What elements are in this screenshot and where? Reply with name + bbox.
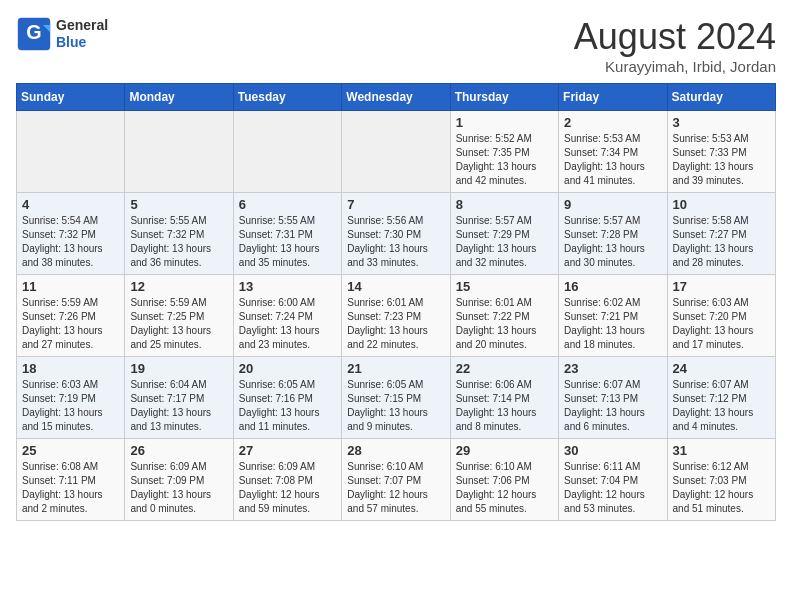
day-number: 14 <box>347 279 444 294</box>
calendar-cell: 15Sunrise: 6:01 AM Sunset: 7:22 PM Dayli… <box>450 275 558 357</box>
weekday-header-sunday: Sunday <box>17 84 125 111</box>
calendar-cell: 11Sunrise: 5:59 AM Sunset: 7:26 PM Dayli… <box>17 275 125 357</box>
day-detail: Sunrise: 5:55 AM Sunset: 7:31 PM Dayligh… <box>239 214 336 270</box>
calendar-week-3: 11Sunrise: 5:59 AM Sunset: 7:26 PM Dayli… <box>17 275 776 357</box>
calendar-cell: 22Sunrise: 6:06 AM Sunset: 7:14 PM Dayli… <box>450 357 558 439</box>
day-detail: Sunrise: 5:58 AM Sunset: 7:27 PM Dayligh… <box>673 214 770 270</box>
day-detail: Sunrise: 6:04 AM Sunset: 7:17 PM Dayligh… <box>130 378 227 434</box>
calendar-week-2: 4Sunrise: 5:54 AM Sunset: 7:32 PM Daylig… <box>17 193 776 275</box>
day-detail: Sunrise: 6:03 AM Sunset: 7:19 PM Dayligh… <box>22 378 119 434</box>
calendar-cell: 27Sunrise: 6:09 AM Sunset: 7:08 PM Dayli… <box>233 439 341 521</box>
calendar-week-1: 1Sunrise: 5:52 AM Sunset: 7:35 PM Daylig… <box>17 111 776 193</box>
page-header: G General Blue August 2024 Kurayyimah, I… <box>16 16 776 75</box>
day-number: 4 <box>22 197 119 212</box>
day-detail: Sunrise: 6:07 AM Sunset: 7:12 PM Dayligh… <box>673 378 770 434</box>
day-detail: Sunrise: 5:53 AM Sunset: 7:34 PM Dayligh… <box>564 132 661 188</box>
day-number: 7 <box>347 197 444 212</box>
calendar-cell: 1Sunrise: 5:52 AM Sunset: 7:35 PM Daylig… <box>450 111 558 193</box>
calendar-subtitle: Kurayyimah, Irbid, Jordan <box>574 58 776 75</box>
day-detail: Sunrise: 6:10 AM Sunset: 7:06 PM Dayligh… <box>456 460 553 516</box>
logo: G General Blue <box>16 16 108 52</box>
day-number: 25 <box>22 443 119 458</box>
day-number: 15 <box>456 279 553 294</box>
day-detail: Sunrise: 5:57 AM Sunset: 7:28 PM Dayligh… <box>564 214 661 270</box>
day-number: 3 <box>673 115 770 130</box>
day-detail: Sunrise: 6:06 AM Sunset: 7:14 PM Dayligh… <box>456 378 553 434</box>
day-number: 27 <box>239 443 336 458</box>
calendar-cell: 23Sunrise: 6:07 AM Sunset: 7:13 PM Dayli… <box>559 357 667 439</box>
day-detail: Sunrise: 6:03 AM Sunset: 7:20 PM Dayligh… <box>673 296 770 352</box>
calendar-cell: 17Sunrise: 6:03 AM Sunset: 7:20 PM Dayli… <box>667 275 775 357</box>
calendar-cell: 9Sunrise: 5:57 AM Sunset: 7:28 PM Daylig… <box>559 193 667 275</box>
day-detail: Sunrise: 6:05 AM Sunset: 7:15 PM Dayligh… <box>347 378 444 434</box>
calendar-body: 1Sunrise: 5:52 AM Sunset: 7:35 PM Daylig… <box>17 111 776 521</box>
title-area: August 2024 Kurayyimah, Irbid, Jordan <box>574 16 776 75</box>
calendar-cell: 12Sunrise: 5:59 AM Sunset: 7:25 PM Dayli… <box>125 275 233 357</box>
day-detail: Sunrise: 6:02 AM Sunset: 7:21 PM Dayligh… <box>564 296 661 352</box>
calendar-cell <box>125 111 233 193</box>
calendar-cell: 29Sunrise: 6:10 AM Sunset: 7:06 PM Dayli… <box>450 439 558 521</box>
calendar-cell: 25Sunrise: 6:08 AM Sunset: 7:11 PM Dayli… <box>17 439 125 521</box>
calendar-cell: 10Sunrise: 5:58 AM Sunset: 7:27 PM Dayli… <box>667 193 775 275</box>
day-detail: Sunrise: 5:55 AM Sunset: 7:32 PM Dayligh… <box>130 214 227 270</box>
day-number: 11 <box>22 279 119 294</box>
day-detail: Sunrise: 6:09 AM Sunset: 7:08 PM Dayligh… <box>239 460 336 516</box>
calendar-cell: 30Sunrise: 6:11 AM Sunset: 7:04 PM Dayli… <box>559 439 667 521</box>
day-number: 24 <box>673 361 770 376</box>
logo-text: General Blue <box>56 17 108 51</box>
weekday-header-tuesday: Tuesday <box>233 84 341 111</box>
day-number: 6 <box>239 197 336 212</box>
calendar-title: August 2024 <box>574 16 776 58</box>
day-number: 10 <box>673 197 770 212</box>
svg-text:G: G <box>26 21 41 43</box>
calendar-cell: 8Sunrise: 5:57 AM Sunset: 7:29 PM Daylig… <box>450 193 558 275</box>
day-number: 18 <box>22 361 119 376</box>
day-number: 12 <box>130 279 227 294</box>
calendar-cell: 7Sunrise: 5:56 AM Sunset: 7:30 PM Daylig… <box>342 193 450 275</box>
day-number: 23 <box>564 361 661 376</box>
day-detail: Sunrise: 5:52 AM Sunset: 7:35 PM Dayligh… <box>456 132 553 188</box>
day-detail: Sunrise: 6:05 AM Sunset: 7:16 PM Dayligh… <box>239 378 336 434</box>
calendar-cell: 21Sunrise: 6:05 AM Sunset: 7:15 PM Dayli… <box>342 357 450 439</box>
calendar-cell: 2Sunrise: 5:53 AM Sunset: 7:34 PM Daylig… <box>559 111 667 193</box>
calendar-cell: 26Sunrise: 6:09 AM Sunset: 7:09 PM Dayli… <box>125 439 233 521</box>
day-detail: Sunrise: 6:10 AM Sunset: 7:07 PM Dayligh… <box>347 460 444 516</box>
calendar-cell: 18Sunrise: 6:03 AM Sunset: 7:19 PM Dayli… <box>17 357 125 439</box>
day-number: 8 <box>456 197 553 212</box>
calendar-cell: 3Sunrise: 5:53 AM Sunset: 7:33 PM Daylig… <box>667 111 775 193</box>
day-number: 2 <box>564 115 661 130</box>
day-number: 5 <box>130 197 227 212</box>
day-detail: Sunrise: 6:01 AM Sunset: 7:22 PM Dayligh… <box>456 296 553 352</box>
day-number: 30 <box>564 443 661 458</box>
calendar-cell <box>233 111 341 193</box>
day-number: 16 <box>564 279 661 294</box>
day-detail: Sunrise: 5:57 AM Sunset: 7:29 PM Dayligh… <box>456 214 553 270</box>
day-detail: Sunrise: 5:56 AM Sunset: 7:30 PM Dayligh… <box>347 214 444 270</box>
logo-icon: G <box>16 16 52 52</box>
day-number: 9 <box>564 197 661 212</box>
calendar-header: SundayMondayTuesdayWednesdayThursdayFrid… <box>17 84 776 111</box>
calendar-cell: 13Sunrise: 6:00 AM Sunset: 7:24 PM Dayli… <box>233 275 341 357</box>
calendar-week-4: 18Sunrise: 6:03 AM Sunset: 7:19 PM Dayli… <box>17 357 776 439</box>
day-number: 17 <box>673 279 770 294</box>
calendar-cell: 31Sunrise: 6:12 AM Sunset: 7:03 PM Dayli… <box>667 439 775 521</box>
day-number: 26 <box>130 443 227 458</box>
day-number: 1 <box>456 115 553 130</box>
calendar-table: SundayMondayTuesdayWednesdayThursdayFrid… <box>16 83 776 521</box>
calendar-cell: 14Sunrise: 6:01 AM Sunset: 7:23 PM Dayli… <box>342 275 450 357</box>
calendar-cell: 16Sunrise: 6:02 AM Sunset: 7:21 PM Dayli… <box>559 275 667 357</box>
calendar-cell: 20Sunrise: 6:05 AM Sunset: 7:16 PM Dayli… <box>233 357 341 439</box>
weekday-header-monday: Monday <box>125 84 233 111</box>
calendar-cell: 28Sunrise: 6:10 AM Sunset: 7:07 PM Dayli… <box>342 439 450 521</box>
weekday-header-saturday: Saturday <box>667 84 775 111</box>
day-detail: Sunrise: 6:11 AM Sunset: 7:04 PM Dayligh… <box>564 460 661 516</box>
day-detail: Sunrise: 6:07 AM Sunset: 7:13 PM Dayligh… <box>564 378 661 434</box>
day-detail: Sunrise: 5:53 AM Sunset: 7:33 PM Dayligh… <box>673 132 770 188</box>
calendar-cell: 6Sunrise: 5:55 AM Sunset: 7:31 PM Daylig… <box>233 193 341 275</box>
day-detail: Sunrise: 6:12 AM Sunset: 7:03 PM Dayligh… <box>673 460 770 516</box>
weekday-header-wednesday: Wednesday <box>342 84 450 111</box>
day-number: 21 <box>347 361 444 376</box>
calendar-cell: 24Sunrise: 6:07 AM Sunset: 7:12 PM Dayli… <box>667 357 775 439</box>
weekday-header-row: SundayMondayTuesdayWednesdayThursdayFrid… <box>17 84 776 111</box>
day-detail: Sunrise: 6:00 AM Sunset: 7:24 PM Dayligh… <box>239 296 336 352</box>
